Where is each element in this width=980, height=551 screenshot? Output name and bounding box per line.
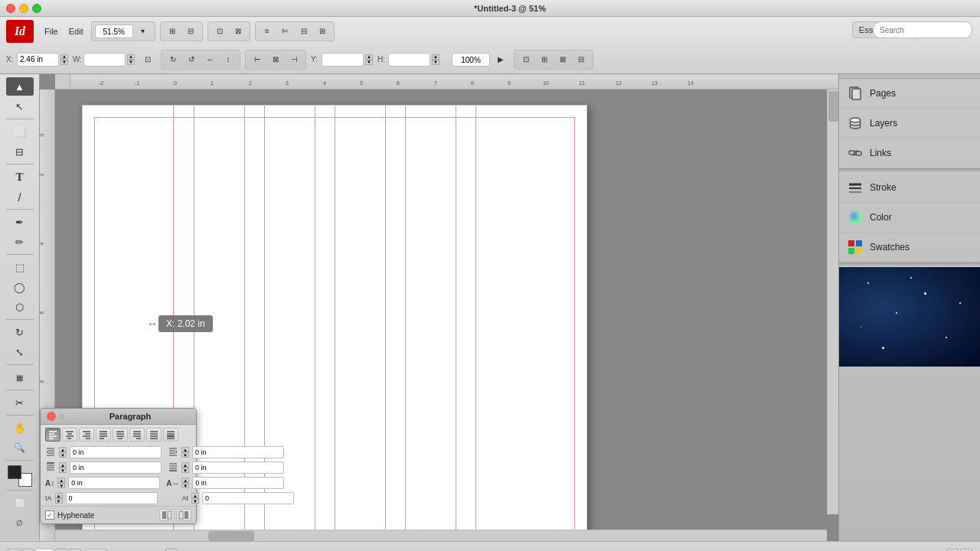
search-input[interactable] (873, 21, 972, 38)
force-justify-btn[interactable] (163, 428, 178, 442)
x-stepper[interactable]: ▲ ▼ (60, 54, 68, 65)
align-justify-center-btn[interactable] (113, 428, 128, 442)
y-stepper[interactable]: ▲ ▼ (365, 54, 373, 65)
para-options-btn-2[interactable] (176, 509, 191, 521)
space-before-step-down[interactable]: ▼ (59, 468, 67, 473)
zoom-display[interactable]: 100% (452, 53, 490, 67)
ellipse-tool[interactable]: ◯ (6, 278, 34, 296)
h-input[interactable] (388, 53, 430, 67)
balance-step-down[interactable]: ▼ (55, 498, 63, 504)
fit-frame-btn[interactable]: ⊟ (573, 51, 590, 68)
links-panel-item[interactable]: Links (839, 139, 980, 168)
line-tool[interactable]: / (6, 187, 34, 206)
w-input[interactable] (83, 53, 126, 67)
right-indent-stepper[interactable]: ▲ ▼ (181, 447, 189, 458)
rect-frame-tool[interactable]: ⬚ (6, 258, 34, 276)
pen-tool[interactable]: ✒ (6, 213, 34, 231)
vertical-scrollbar[interactable] (827, 90, 838, 514)
color-selector[interactable] (8, 465, 32, 487)
x-step-up[interactable]: ▲ (60, 54, 68, 60)
rotate-cw-btn[interactable]: ↻ (165, 51, 181, 68)
align-justify-left-btn[interactable] (96, 428, 111, 442)
gradient-tool[interactable]: ▦ (6, 368, 34, 386)
horizontal-scrollbar[interactable] (55, 530, 827, 541)
fill-frame-btn[interactable]: ⊠ (554, 51, 571, 68)
text-frame-btn-1[interactable]: ≡ (259, 23, 276, 40)
space-after-stepper[interactable]: ▲ ▼ (181, 462, 189, 473)
align-right-btn[interactable] (79, 428, 94, 442)
gap-tool[interactable]: ⊟ (6, 142, 34, 161)
page-tool[interactable]: ⬜ (6, 122, 34, 141)
align-left-btn[interactable]: ⊢ (249, 51, 266, 68)
w-step-down[interactable]: ▼ (127, 60, 135, 65)
space-before-stepper[interactable]: ▲ ▼ (59, 462, 67, 473)
pages-panel-item[interactable]: Pages (839, 79, 980, 109)
h-stepper[interactable]: ▲ ▼ (432, 54, 439, 65)
container-mode[interactable]: ⬜ (6, 494, 34, 512)
menu-item-file[interactable]: File (41, 27, 61, 36)
flip-h-btn[interactable]: ↔ (201, 51, 218, 68)
color-panel-item[interactable]: Color (839, 203, 980, 233)
zoom-tool[interactable]: 🔍 (6, 439, 34, 457)
scale-input[interactable] (202, 492, 294, 504)
apply-none[interactable]: ∅ (6, 514, 34, 532)
space-before-step-up[interactable]: ▲ (59, 462, 67, 468)
paragraph-collapse-icon[interactable]: ◇ (59, 412, 64, 420)
center-content-btn[interactable]: ⊞ (536, 51, 553, 68)
space-after-step-up[interactable]: ▲ (181, 462, 189, 468)
selection-tool[interactable]: ▲ (6, 77, 34, 96)
space-before-input[interactable] (70, 461, 162, 474)
horizontal-scrollbar-thumb[interactable] (208, 531, 254, 541)
right-indent-step-down[interactable]: ▼ (181, 452, 189, 458)
rotate-ccw-btn[interactable]: ↺ (183, 51, 200, 68)
text-frame-btn-4[interactable]: ⊞ (314, 23, 331, 40)
h-step-down[interactable]: ▼ (432, 60, 439, 65)
layout-btn-1[interactable]: ⊞ (164, 23, 181, 40)
paragraph-close-button[interactable] (47, 412, 56, 421)
menu-item-edit[interactable]: Edit (66, 27, 87, 36)
type-tool[interactable]: T (6, 168, 34, 186)
zoom-fit-btn[interactable]: ▶ (492, 51, 509, 68)
align-right-btn[interactable]: ⊣ (286, 51, 302, 68)
x-input[interactable] (17, 53, 59, 67)
hyphenate-checkbox[interactable]: ✓ (45, 510, 54, 520)
balance-input[interactable] (66, 492, 158, 504)
dropcap-step-up[interactable]: ▲ (57, 478, 65, 483)
balance-stepper[interactable]: ▲ ▼ (55, 493, 63, 504)
frame-btn-1[interactable]: ⊡ (211, 23, 228, 40)
left-indent-step-down[interactable]: ▼ (59, 452, 67, 458)
dropcap-lines-stepper[interactable]: ▲ ▼ (57, 478, 65, 488)
left-indent-stepper[interactable]: ▲ ▼ (59, 447, 67, 458)
y-input[interactable] (322, 53, 364, 67)
vertical-scrollbar-thumb[interactable] (828, 91, 838, 122)
constrain-proportions-btn[interactable]: ⊡ (139, 51, 156, 68)
scale-stepper[interactable]: ▲ ▼ (191, 493, 199, 504)
scale-step-down[interactable]: ▼ (191, 498, 199, 504)
text-frame-btn-3[interactable]: ⊟ (296, 23, 312, 40)
w-stepper[interactable]: ▲ ▼ (127, 54, 135, 65)
direct-selection-tool[interactable]: ↖ (6, 97, 34, 116)
w-step-up[interactable]: ▲ (127, 54, 135, 60)
scissors-tool[interactable]: ✂ (6, 393, 34, 412)
flip-v-btn[interactable]: ↕ (220, 51, 237, 68)
dropcap-chars-step-up[interactable]: ▲ (181, 478, 189, 483)
mac-window-controls[interactable] (6, 4, 41, 13)
pencil-tool[interactable]: ✏ (6, 233, 34, 251)
stroke-panel-item[interactable]: Stroke (839, 173, 980, 203)
swatches-panel-item[interactable]: Swatches (839, 233, 980, 262)
scale-tool[interactable]: ⤡ (6, 343, 34, 361)
left-indent-step-up[interactable]: ▲ (59, 447, 67, 452)
space-after-input[interactable] (192, 461, 284, 474)
para-options-btn-1[interactable] (159, 509, 175, 521)
align-center-btn[interactable]: ⊠ (267, 51, 284, 68)
minimize-button[interactable] (19, 4, 28, 13)
dropcap-lines-input[interactable] (68, 477, 160, 489)
dropcap-chars-input[interactable] (192, 477, 284, 489)
fit-content-btn[interactable]: ⊡ (518, 51, 534, 68)
scale-step-up[interactable]: ▲ (191, 493, 199, 498)
rotate-tool[interactable]: ↻ (6, 323, 34, 341)
dropcap-step-down[interactable]: ▼ (57, 483, 65, 488)
dropcap-chars-step-down[interactable]: ▼ (181, 483, 189, 488)
right-indent-step-up[interactable]: ▲ (181, 447, 189, 452)
align-justify-right-btn[interactable] (129, 428, 145, 442)
